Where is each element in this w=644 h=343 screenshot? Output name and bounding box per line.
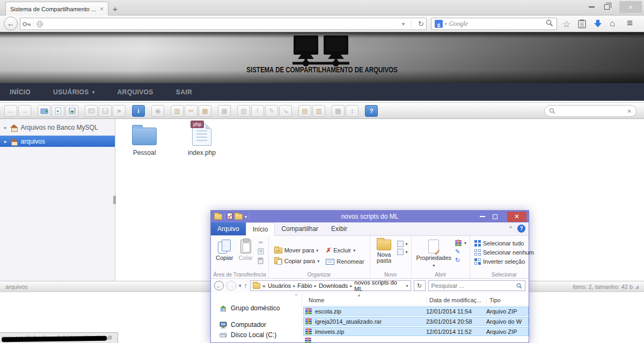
properties-button[interactable]: Propriedades ▾ <box>415 238 453 271</box>
new-folder-button[interactable]: Nova pasta <box>374 238 395 271</box>
column-nome[interactable]: Nome <box>302 297 427 303</box>
window-close-button[interactable]: × <box>619 1 642 13</box>
breadcrumb-downloads[interactable]: Downloads <box>319 282 348 289</box>
tree-item-arquivos[interactable]: ▸ arquivos <box>0 136 115 147</box>
nav-sair[interactable]: SAIR <box>176 88 192 96</box>
edit-icon[interactable]: ✎ <box>265 105 278 117</box>
tab-arquivo[interactable]: Arquivo <box>211 222 246 235</box>
pointer-icon[interactable]: ➤ <box>113 105 126 117</box>
ribbon-collapse-icon[interactable]: ^ <box>509 226 512 232</box>
select-none-button[interactable]: Selecionar nenhum <box>474 249 534 256</box>
quicklook-icon[interactable]: ▤ <box>298 105 311 117</box>
new-folder-icon[interactable]: + <box>38 105 50 117</box>
window-minimize-button[interactable] <box>589 6 595 8</box>
invert-selection-button[interactable]: Inverter seleção <box>474 258 534 265</box>
cut-icon[interactable]: ✂ <box>185 105 197 117</box>
reload-icon[interactable]: ↻ <box>418 20 424 28</box>
copy-button[interactable]: Copiar <box>214 238 235 271</box>
copy-path-icon[interactable] <box>257 248 265 255</box>
breadcrumb-current[interactable]: novos scripts do ML <box>354 279 404 292</box>
explorer-forward-button[interactable]: → <box>226 281 236 290</box>
file-indexphp-label[interactable]: index.php <box>178 149 226 156</box>
filemanager-search-input[interactable]: ✕ <box>544 105 636 117</box>
history-button[interactable]: ↻ <box>455 257 466 264</box>
column-tipo[interactable]: Tipo <box>487 297 528 303</box>
google-engine-icon[interactable]: g <box>435 20 443 28</box>
tab-compartilhar[interactable]: Compartilhar <box>275 222 325 235</box>
extract-icon[interactable]: ↘ <box>279 105 292 117</box>
nav-scroll-up-icon[interactable]: ^ <box>295 293 297 299</box>
file-row-escola[interactable]: escola.zip 12/01/2014 11:54 Arquivo ZIP <box>303 307 529 316</box>
paste-shortcut-icon[interactable] <box>257 257 265 264</box>
menu-icon[interactable]: ≡ <box>627 17 633 29</box>
tab-inicio[interactable]: Início <box>246 222 275 236</box>
file-row-partial[interactable] <box>305 337 312 343</box>
help-icon[interactable]: ? <box>365 105 378 117</box>
info-icon[interactable]: i <box>132 105 145 117</box>
up-one-level-icon[interactable]: ↑ <box>244 282 247 289</box>
duplicate-icon[interactable]: ▥ <box>237 105 250 117</box>
open-icon[interactable] <box>85 105 98 117</box>
new-file-icon[interactable]: + <box>52 105 64 117</box>
save-icon[interactable] <box>99 105 112 117</box>
upload-icon[interactable] <box>65 105 78 117</box>
back-icon[interactable]: ← <box>4 105 17 117</box>
delete-button[interactable]: ✗Excluir▾ <box>326 247 364 254</box>
new-item-button[interactable]: ▾ <box>397 241 408 247</box>
address-dropdown-icon[interactable]: ▾ <box>406 284 408 288</box>
new-tab-button[interactable]: + <box>113 4 118 13</box>
bookmark-star-icon[interactable]: ☆ <box>562 19 570 30</box>
explorer-titlebar[interactable]: ▾ novos scripts do ML ✕ <box>211 211 529 222</box>
search-icon[interactable] <box>546 19 553 27</box>
explorer-minimize-button[interactable] <box>480 216 485 217</box>
browser-tab[interactable]: Sistema de Compartilhamento ... × <box>5 2 108 16</box>
copy-icon[interactable]: ▥ <box>171 105 184 117</box>
paste-button[interactable]: Colar <box>237 238 254 271</box>
netmount-icon[interactable]: ▥ <box>312 105 325 117</box>
column-data[interactable]: Data de modificaç... <box>427 297 487 303</box>
move-to-button[interactable]: Mover para▾ <box>274 247 320 253</box>
nav-item-homegroup[interactable]: Grupo doméstico <box>211 304 302 312</box>
nav-item-computador[interactable]: Computador <box>211 321 302 329</box>
caret-right-icon[interactable]: ▸ <box>4 139 7 144</box>
caret-right-icon[interactable]: ▸ <box>4 125 7 130</box>
search-clear-icon[interactable]: ✕ <box>627 108 632 114</box>
copy-to-button[interactable]: Copiar para▾ <box>274 258 320 264</box>
nav-usuarios[interactable]: USUÁRIOS▾ <box>53 88 94 96</box>
explorer-close-button[interactable]: ✕ <box>507 212 526 222</box>
folder-pessoal-icon[interactable] <box>132 128 157 145</box>
folder-pessoal-label[interactable]: Pessoal <box>120 149 169 156</box>
home-icon[interactable]: ⌂ <box>610 18 615 29</box>
bookmarks-panel-icon[interactable] <box>578 19 586 28</box>
file-indexphp-icon[interactable]: php <box>192 123 211 146</box>
breadcrumb-usuarios[interactable]: Usuários <box>268 282 291 289</box>
rename-button[interactable]: Renomear <box>326 258 364 265</box>
tab-exibir[interactable]: Exibir <box>325 222 354 235</box>
open-with-button[interactable]: ▾ <box>455 240 466 247</box>
select-all-button[interactable]: Selecionar tudo <box>474 240 534 247</box>
explorer-help-icon[interactable]: ? <box>517 225 525 233</box>
breadcrumb[interactable]: « Usuários ▸ Fábio ▸ Downloads ▸ novos s… <box>250 280 411 291</box>
browser-back-button[interactable]: ← <box>4 17 18 31</box>
view-mode-icon[interactable]: ▤ <box>332 105 345 117</box>
archive-icon[interactable]: ▦ <box>218 105 231 117</box>
url-dropdown-icon[interactable]: ▾ <box>402 21 405 27</box>
engine-dropdown-icon[interactable]: ▾ <box>445 22 447 26</box>
sort-icon[interactable]: ↕ <box>346 105 358 117</box>
file-row-igreja[interactable]: igreja2014_atualizado.rar 23/01/2014 20:… <box>303 317 529 326</box>
search-bar[interactable]: g ▾ Google <box>431 18 557 30</box>
breadcrumb-fabio[interactable]: Fábio <box>297 282 312 289</box>
explorer-back-button[interactable]: ← <box>214 281 224 290</box>
file-row-imoveis[interactable]: imoveis.zip 12/01/2014 11:52 Arquivo ZIP <box>303 327 529 336</box>
easy-access-button[interactable]: ▾ <box>397 249 408 255</box>
window-restore-button[interactable] <box>604 4 610 10</box>
nav-arquivos[interactable]: ARQUIVOS <box>118 88 153 96</box>
nav-item-disco-local[interactable]: Disco Local (C:) <box>211 331 302 339</box>
resize-grip-icon[interactable]: ◢ <box>635 284 639 289</box>
explorer-search-input[interactable]: Pesquisar ... <box>428 280 525 291</box>
nav-inicio[interactable]: INÍCIO <box>10 88 31 96</box>
recent-locations-icon[interactable]: ▾ <box>239 283 241 288</box>
rename-icon[interactable]: I <box>251 105 264 117</box>
refresh-icon[interactable]: ↻ <box>414 280 426 291</box>
edit-button[interactable]: ✎ <box>455 248 466 255</box>
